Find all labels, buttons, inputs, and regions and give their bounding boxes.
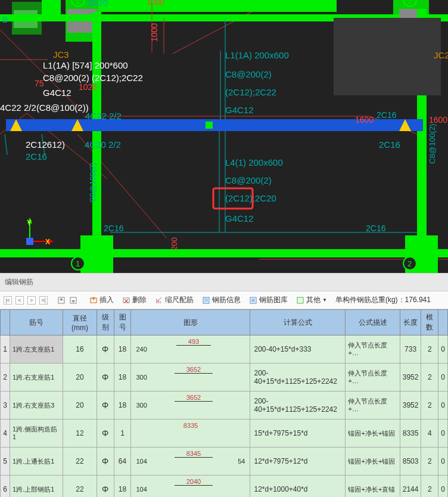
scale-button[interactable]: 缩尺配筋: [153, 294, 196, 306]
cell-last[interactable]: 0: [438, 448, 448, 476]
cell-fignum[interactable]: 18: [114, 364, 131, 392]
col-diameter[interactable]: 直径(mm): [63, 310, 97, 336]
cell-formula[interactable]: 200-40+15*d+1125+125+2242: [250, 364, 346, 392]
cell-count[interactable]: 2: [421, 448, 438, 476]
svg-rect-12: [98, 0, 337, 12]
cell-count[interactable]: 2: [421, 392, 438, 420]
col-formula[interactable]: 计算公式: [250, 310, 346, 336]
cell-name[interactable]: 1跨.上部钢筋1: [10, 476, 63, 498]
beam-L4-G4C12: G4C12: [225, 213, 254, 223]
nav-prev-button[interactable]: <: [15, 296, 24, 305]
nav-first-button[interactable]: |<: [4, 296, 12, 305]
beam-L4-2C12: (2C12);2C20: [225, 193, 276, 203]
label-2C16d: 2C16: [366, 223, 386, 233]
table-row[interactable]: 3 1跨.右支座筋3 20 Φ 18 3003652 200-40+15*d+1…: [1, 392, 448, 420]
cell-fignum[interactable]: 18: [114, 392, 131, 420]
table-row[interactable]: 1 1跨.左支座筋1 16 Φ 18 240493 200-40+15*d+33…: [1, 336, 448, 364]
table-row[interactable]: 6 1跨.上部钢筋1 22 Φ 18 1042040 12*d+1000+40*…: [1, 476, 448, 498]
cell-diameter[interactable]: 12: [63, 420, 97, 448]
cell-level[interactable]: Φ: [97, 420, 114, 448]
other-button[interactable]: 其他 ▼: [294, 294, 329, 306]
cell-formula[interactable]: 12*d+1000+40*d: [250, 476, 346, 498]
cell-count[interactable]: 2: [421, 476, 438, 498]
cell-desc[interactable]: 伸入节点长度+…: [346, 392, 400, 420]
cell-fignum[interactable]: 1: [114, 420, 131, 448]
dim-1600b: 1600: [429, 115, 447, 125]
table-row[interactable]: 4 1跨.侧面构造筋1 12 Φ 1 8335 15*d+7975+15*d 锚…: [1, 420, 448, 448]
cell-count[interactable]: 4: [421, 420, 438, 448]
col-fignum[interactable]: 图号: [114, 310, 131, 336]
cell-shape[interactable]: 240493: [131, 336, 250, 364]
cell-count[interactable]: 2: [421, 336, 438, 364]
cell-level[interactable]: Φ: [97, 336, 114, 364]
cell-length[interactable]: 8503: [400, 448, 421, 476]
cell-length[interactable]: 733: [400, 336, 421, 364]
cell-fignum[interactable]: 18: [114, 336, 131, 364]
col-count[interactable]: 根数: [421, 310, 438, 336]
dim-1600a: 1600: [355, 115, 374, 125]
col-level[interactable]: 级别: [97, 310, 114, 336]
col-desc[interactable]: 公式描述: [346, 310, 400, 336]
cell-diameter[interactable]: 22: [63, 448, 97, 476]
cell-length[interactable]: 8335: [400, 420, 421, 448]
cell-level[interactable]: Φ: [97, 364, 114, 392]
delete-button[interactable]: 删除: [120, 294, 149, 306]
cad-drawing-viewport[interactable]: 1000 L1(1A) 200x600 C8@200(2) (2C12);2C2…: [0, 0, 448, 273]
cell-length[interactable]: 2144: [400, 476, 421, 498]
cell-last[interactable]: 0: [438, 364, 448, 392]
cell-shape[interactable]: 104834554: [131, 448, 250, 476]
move-up-icon[interactable]: [57, 296, 66, 305]
nav-last-button[interactable]: >|: [39, 296, 48, 305]
beam-label-2C12-2C22: (2C12);2C22: [225, 87, 276, 97]
cell-shape[interactable]: 1042040: [131, 476, 250, 498]
insert-button[interactable]: 插入: [87, 294, 116, 306]
table-row[interactable]: 5 1跨.上通长筋1 22 Φ 64 104834554 12*d+7975+1…: [1, 448, 448, 476]
cell-desc[interactable]: 锚固+净长+锚固: [346, 448, 400, 476]
cell-length[interactable]: 3952: [400, 364, 421, 392]
cell-diameter[interactable]: 20: [63, 392, 97, 420]
cell-shape[interactable]: 3003652: [131, 364, 250, 392]
cell-formula[interactable]: 200-40+15*d+333: [250, 336, 346, 364]
cell-diameter[interactable]: 16: [63, 336, 97, 364]
cell-level[interactable]: Φ: [97, 392, 114, 420]
cell-count[interactable]: 2: [421, 364, 438, 392]
cell-name[interactable]: 1跨.上通长筋1: [10, 448, 63, 476]
cell-last[interactable]: 0: [438, 392, 448, 420]
cell-desc[interactable]: 伸入节点长度+…: [346, 364, 400, 392]
col-name[interactable]: 筋号: [10, 310, 63, 336]
col-length[interactable]: 长度: [400, 310, 421, 336]
cell-desc[interactable]: 锚固+净长+直锚: [346, 476, 400, 498]
cell-desc[interactable]: 锚固+净长+锚固: [346, 420, 400, 448]
beam-label-L1-1A: L1(1A) 200x600: [225, 50, 289, 60]
cell-last[interactable]: 0: [438, 420, 448, 448]
table-row[interactable]: 2 1跨.右支座筋1 20 Φ 18 3003652 200-40+15*d+1…: [1, 364, 448, 392]
cell-last[interactable]: 0: [438, 476, 448, 498]
col-extra[interactable]: [438, 310, 448, 336]
cell-name[interactable]: 1跨.侧面构造筋1: [10, 420, 63, 448]
beam-label-G4C12: G4C12: [225, 105, 254, 115]
info-button[interactable]: 钢筋信息: [200, 294, 243, 306]
cell-last[interactable]: 0: [438, 336, 448, 364]
cell-length[interactable]: 3952: [400, 392, 421, 420]
move-down-icon[interactable]: [69, 296, 77, 305]
cell-level[interactable]: Φ: [97, 476, 114, 498]
svg-rect-21: [0, 249, 448, 257]
cell-name[interactable]: 1跨.左支座筋1: [10, 336, 63, 364]
library-button[interactable]: 钢筋图库: [247, 294, 290, 306]
nav-next-button[interactable]: >: [27, 296, 36, 305]
cell-fignum[interactable]: 18: [114, 476, 131, 498]
cell-name[interactable]: 1跨.右支座筋1: [10, 364, 63, 392]
cell-level[interactable]: Φ: [97, 448, 114, 476]
cell-fignum[interactable]: 64: [114, 448, 131, 476]
cell-name[interactable]: 1跨.右支座筋3: [10, 392, 63, 420]
cell-diameter[interactable]: 20: [63, 364, 97, 392]
svg-rect-26: [206, 122, 213, 129]
cell-shape[interactable]: 8335: [131, 420, 250, 448]
cell-diameter[interactable]: 22: [63, 476, 97, 498]
cell-desc[interactable]: 伸入节点长度+…: [346, 336, 400, 364]
cell-formula[interactable]: 15*d+7975+15*d: [250, 420, 346, 448]
col-shape[interactable]: 图形: [131, 310, 250, 336]
cell-shape[interactable]: 3003652: [131, 392, 250, 420]
cell-formula[interactable]: 12*d+7975+12*d: [250, 448, 346, 476]
cell-formula[interactable]: 200-40+15*d+1125+125+2242: [250, 392, 346, 420]
